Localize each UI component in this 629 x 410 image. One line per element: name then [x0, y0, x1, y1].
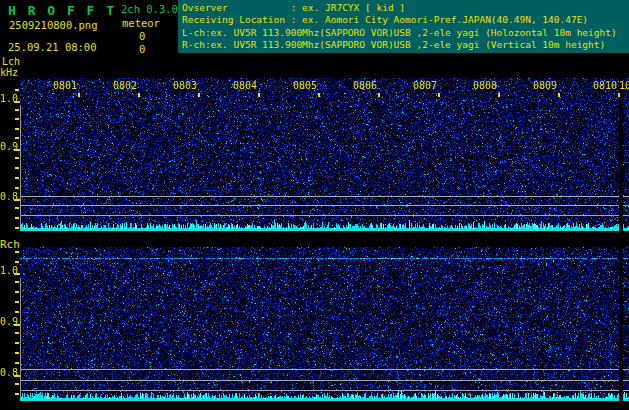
time-label: 0805 — [293, 80, 317, 91]
minute-tick — [558, 93, 560, 97]
time-label: 0810 — [593, 80, 617, 91]
freq-major-tick — [14, 273, 20, 275]
freq-minor-tick — [15, 311, 19, 313]
freq-minor-tick — [15, 109, 19, 111]
freq-minor-tick — [15, 342, 19, 344]
minute-tick — [498, 93, 500, 97]
meteor-count-lch: 0 — [139, 30, 145, 42]
freq-label: 1.0 — [0, 265, 15, 276]
meteor-count-rch: 0 — [139, 43, 145, 55]
freq-minor-tick — [15, 227, 19, 229]
freq-minor-tick — [15, 137, 19, 139]
freq-label: 0.9 — [0, 141, 15, 152]
app-version: 2ch 0.3.0 — [121, 3, 178, 15]
rch-config-line: R-ch:ex. UV5R 113.900Mhz(SAPPORO VOR)USB… — [182, 39, 629, 51]
freq-minor-tick — [15, 128, 19, 130]
minute-tick — [138, 93, 140, 97]
current-filename: 2509210800.png — [9, 19, 98, 31]
time-label: 0808 — [473, 80, 497, 91]
observer-line: Ovserver : ex. JR7CYX [ kid ] — [182, 2, 629, 14]
lch-config-line: L-ch:ex. UV5R 113.900Mhz(SAPPORO VOR)USB… — [182, 27, 629, 39]
freq-minor-tick — [15, 261, 19, 263]
lch-label: Lch — [2, 56, 20, 67]
freq-minor-tick — [15, 217, 19, 219]
minute-tick — [318, 93, 320, 97]
minute-tick — [258, 93, 260, 97]
time-label: 0803 — [173, 80, 197, 91]
freq-minor-tick — [15, 332, 19, 334]
khz-unit-label: kHz — [0, 67, 18, 78]
freq-label: 0.8 — [0, 367, 15, 378]
hrofft-window: H R O F F T 2ch 0.3.0 2509210800.png met… — [0, 0, 629, 410]
time-label: 0804 — [233, 80, 257, 91]
time-label: 0809 — [533, 80, 557, 91]
freq-label: 0.8 — [0, 191, 15, 202]
lch-spectrogram — [20, 78, 629, 231]
freq-major-tick — [14, 324, 20, 326]
rch-spectrogram — [20, 247, 629, 401]
time-label: 0806 — [353, 80, 377, 91]
freq-minor-tick — [15, 362, 19, 364]
freq-minor-tick — [15, 118, 19, 120]
location-line: Receiving Location : ex. Aomori City Aom… — [182, 14, 629, 26]
freq-minor-tick — [15, 301, 19, 303]
app-title: H R O F F T — [8, 3, 116, 18]
freq-minor-tick — [15, 177, 19, 179]
minute-tick — [438, 93, 440, 97]
time-label-partial: 10 — [619, 80, 629, 91]
freq-minor-tick — [15, 187, 19, 189]
freq-minor-tick — [15, 157, 19, 159]
freq-minor-tick — [15, 89, 19, 91]
freq-minor-tick — [15, 281, 19, 283]
freq-major-tick — [14, 199, 20, 201]
minute-tick — [198, 93, 200, 97]
freq-minor-tick — [15, 383, 19, 385]
rch-label: Rch — [0, 238, 20, 251]
freq-minor-tick — [15, 167, 19, 169]
freq-minor-tick — [15, 352, 19, 354]
minute-tick — [618, 93, 620, 97]
mode-label: meteor — [122, 17, 160, 29]
freq-major-tick — [14, 149, 20, 151]
freq-minor-tick — [15, 251, 19, 253]
minute-tick — [378, 93, 380, 97]
time-label: 0807 — [413, 80, 437, 91]
freq-major-tick — [14, 101, 20, 103]
time-label: 0801 — [53, 80, 77, 91]
datetime-label: 25.09.21 08:00 — [8, 41, 97, 53]
observer-info-panel: Ovserver : ex. JR7CYX [ kid ] Receiving … — [178, 0, 629, 53]
minute-tick — [78, 93, 80, 97]
freq-minor-tick — [15, 393, 19, 395]
time-label: 0802 — [113, 80, 137, 91]
freq-label: 0.9 — [0, 316, 15, 327]
freq-label: 1.0 — [0, 93, 15, 104]
freq-minor-tick — [15, 291, 19, 293]
freq-major-tick — [14, 375, 20, 377]
freq-minor-tick — [15, 207, 19, 209]
